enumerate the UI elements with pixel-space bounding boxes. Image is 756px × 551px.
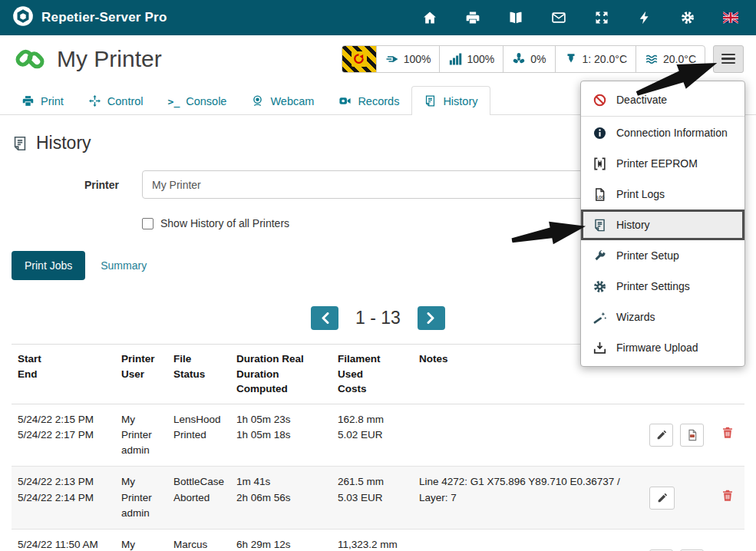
pdf-report-button[interactable] — [680, 424, 704, 447]
menu-item-firmware-upload[interactable]: Firmware Upload — [581, 332, 744, 363]
delete-entry-button[interactable] — [721, 488, 735, 503]
tab-history-label: History — [443, 95, 477, 107]
global-settings-icon[interactable] — [679, 9, 696, 26]
history-icon — [424, 94, 437, 107]
print-logs-icon: LOG — [591, 186, 608, 202]
chevron-left-icon — [321, 312, 329, 324]
tab-print[interactable]: Print — [9, 86, 76, 115]
printer-title: My Printer — [57, 46, 162, 72]
webcam-icon — [251, 94, 264, 107]
table-row: 5/24/22 11:50 AM5/24/22 2:12 PM My Print… — [12, 530, 744, 551]
eeprom-icon — [591, 156, 608, 171]
messages-icon[interactable] — [550, 9, 567, 26]
manual-icon[interactable] — [507, 9, 524, 26]
menu-item-printer-eeprom[interactable]: Printer EEPROM — [581, 148, 744, 179]
heated-bed-icon — [645, 52, 659, 66]
menu-item-connection-information[interactable]: Connection Information — [581, 117, 744, 148]
tab-control[interactable]: Control — [76, 86, 156, 115]
printers-icon[interactable] — [464, 9, 481, 26]
tab-records[interactable]: Records — [326, 86, 411, 115]
extruder-icon — [564, 52, 578, 66]
tab-console[interactable]: >_ Console — [156, 87, 239, 115]
tab-history[interactable]: History — [411, 86, 490, 115]
repetier-logo-icon — [12, 5, 34, 30]
flow-icon — [448, 52, 462, 66]
menu-item-print-logs[interactable]: LOG Print Logs — [581, 179, 744, 210]
menu-item-wizards[interactable]: Wizards — [581, 302, 744, 332]
prev-page-button[interactable] — [311, 306, 338, 330]
trash-icon — [721, 425, 735, 440]
flow-value: 100% — [467, 53, 494, 65]
printer-menu-dropdown: Deactivate Connection Information Printe… — [580, 81, 745, 367]
language-flag-uk[interactable] — [722, 9, 739, 26]
edit-notes-button[interactable] — [649, 487, 675, 510]
menu-divider — [581, 116, 744, 117]
history-icon — [591, 217, 608, 233]
gear-icon — [591, 279, 608, 294]
speed-status[interactable]: 100% — [376, 46, 440, 72]
bed-temp-value: 20.0°C — [663, 53, 696, 65]
tab-print-label: Print — [41, 95, 64, 107]
home-link[interactable]: Repetier-Server Pro — [12, 5, 167, 30]
deactivate-icon — [591, 92, 608, 107]
bed-temp-status[interactable]: 20.0°C — [636, 46, 705, 72]
speed-icon — [385, 52, 399, 66]
brand-name: Repetier-Server Pro — [41, 10, 167, 25]
printer-header: My Printer 100% 100% — [0, 35, 756, 81]
printer-select-value: My Printer — [152, 179, 201, 191]
extruder-temp-status[interactable]: 1: 20.0°C — [555, 46, 636, 72]
menu-item-deactivate[interactable]: Deactivate — [581, 84, 744, 115]
tab-console-label: Console — [186, 95, 226, 107]
history-table: StartEnd PrinterUser FileStatus Duration… — [12, 344, 744, 551]
fan-value: 0% — [530, 53, 546, 65]
tab-webcam[interactable]: Webcam — [239, 86, 326, 115]
table-row: 5/24/22 2:15 PM5/24/22 2:17 PM My Printe… — [12, 404, 744, 467]
delete-entry-button[interactable] — [721, 425, 735, 440]
printer-status-bar: 100% 100% 0% 1: 20.0°C 20.0°C — [342, 45, 744, 73]
tab-control-label: Control — [107, 95, 144, 107]
history-heading-icon — [12, 135, 28, 152]
emergency-stop-button[interactable] — [342, 46, 376, 72]
tab-records-label: Records — [358, 95, 399, 107]
pencil-icon — [656, 492, 669, 504]
fan-status[interactable]: 0% — [503, 46, 554, 72]
power-icon[interactable] — [636, 9, 653, 26]
print-jobs-button[interactable]: Print Jobs — [12, 251, 85, 280]
printer-select[interactable]: My Printer — [142, 170, 583, 199]
printer-select-label: Printer — [12, 179, 119, 191]
console-icon: >_ — [168, 96, 180, 107]
records-icon — [338, 94, 352, 107]
tab-webcam-label: Webcam — [270, 95, 314, 107]
svg-text:LOG: LOG — [596, 195, 604, 199]
topbar-icons — [421, 9, 744, 26]
printer-menu-button[interactable] — [713, 45, 744, 73]
control-icon — [88, 94, 101, 107]
show-all-checkbox[interactable] — [142, 218, 154, 229]
flow-status[interactable]: 100% — [439, 46, 503, 72]
show-all-label: Show History of all Printers — [160, 217, 289, 229]
menu-item-printer-settings[interactable]: Printer Settings — [581, 271, 744, 302]
fullscreen-icon[interactable] — [593, 9, 610, 26]
page-range: 1 - 13 — [355, 308, 401, 328]
emergency-stop-icon — [342, 46, 376, 72]
edit-notes-button[interactable] — [649, 424, 673, 447]
pdf-file-icon — [686, 429, 698, 441]
info-icon — [591, 125, 608, 140]
wand-icon — [591, 309, 608, 325]
menu-item-history[interactable]: History — [581, 210, 744, 240]
chevron-right-icon — [427, 312, 435, 324]
menu-item-printer-setup[interactable]: Printer Setup — [581, 240, 744, 271]
topbar: Repetier-Server Pro — [0, 0, 756, 35]
extruder-temp-value: 1: 20.0°C — [583, 53, 628, 65]
printer-logo-icon — [12, 43, 48, 75]
table-row: 5/24/22 2:13 PM5/24/22 2:14 PM My Printe… — [12, 467, 744, 530]
speed-value: 100% — [404, 53, 431, 65]
summary-button[interactable]: Summary — [94, 251, 153, 280]
fan-icon — [512, 52, 526, 66]
pencil-icon — [655, 429, 668, 441]
trash-icon — [721, 488, 735, 503]
firmware-upload-icon — [591, 340, 608, 355]
print-icon — [21, 94, 35, 107]
next-page-button[interactable] — [418, 306, 445, 330]
home-icon[interactable] — [421, 9, 438, 26]
